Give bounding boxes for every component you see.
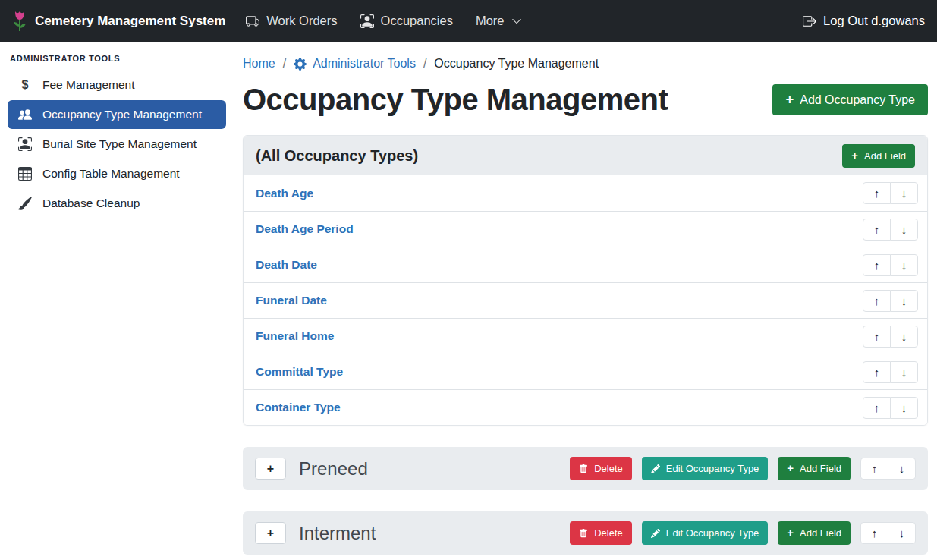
delete-button[interactable]: Delete (570, 521, 632, 545)
arrow-down-icon: ↓ (901, 366, 907, 379)
arrow-down-icon: ↓ (899, 527, 905, 540)
card-header: (All Occupancy Types) + Add Field (244, 136, 927, 175)
person-bounding-box-icon (17, 137, 33, 151)
reorder-buttons: ↑ ↓ (860, 522, 916, 544)
arrow-up-icon: ↑ (874, 294, 880, 307)
field-row: Death Age Period ↑ ↓ (244, 211, 927, 247)
move-up-button[interactable]: ↑ (863, 182, 891, 204)
expand-section-button[interactable]: + (255, 522, 286, 544)
sidebar-item-occupancy-type-management[interactable]: Occupancy Type Management (8, 100, 226, 129)
field-link[interactable]: Funeral Date (256, 294, 327, 307)
main-content: Home / Administrator Tools / Occupancy T… (234, 42, 937, 560)
arrow-up-icon: ↑ (874, 187, 880, 200)
nav-occupancies[interactable]: Occupancies (349, 8, 464, 34)
field-link[interactable]: Funeral Home (256, 329, 334, 343)
field-row: Death Age ↑ ↓ (244, 175, 927, 211)
plus-icon: + (785, 93, 794, 106)
move-up-button[interactable]: ↑ (860, 522, 888, 544)
arrow-down-icon: ↓ (901, 259, 907, 272)
move-up-button[interactable]: ↑ (863, 361, 891, 383)
person-bounding-box-icon (360, 14, 374, 28)
sidebar-item-config-table-management[interactable]: Config Table Management (8, 159, 226, 188)
nav-work-orders[interactable]: Work Orders (234, 8, 348, 34)
delete-button[interactable]: Delete (570, 457, 632, 480)
logout-button[interactable]: Log Out d.gowans (803, 14, 925, 28)
reorder-buttons: ↑ ↓ (863, 219, 918, 241)
pencil-icon (651, 529, 660, 538)
pencil-icon (651, 464, 660, 473)
add-field-button[interactable]: + Add Field (778, 457, 851, 480)
gear-icon (294, 58, 307, 71)
move-down-button[interactable]: ↓ (890, 397, 918, 419)
field-row: Committal Type ↑ ↓ (244, 354, 927, 389)
field-row: Death Date ↑ ↓ (244, 247, 927, 282)
move-down-button[interactable]: ↓ (890, 326, 918, 348)
arrow-up-icon: ↑ (874, 259, 880, 272)
plus-icon: + (267, 527, 274, 540)
move-down-button[interactable]: ↓ (890, 219, 918, 241)
box-arrow-right-icon (803, 14, 816, 28)
edit-occupancy-type-button[interactable]: Edit Occupancy Type (642, 457, 769, 480)
move-up-button[interactable]: ↑ (863, 326, 891, 348)
breadcrumb-separator: / (283, 57, 286, 71)
occupancy-type-name: Interment (299, 523, 570, 544)
move-up-button[interactable]: ↑ (863, 219, 891, 241)
move-down-button[interactable]: ↓ (890, 290, 918, 312)
move-up-button[interactable]: ↑ (863, 397, 891, 419)
sidebar-item-fee-management[interactable]: $ Fee Management (8, 71, 226, 99)
app-brand[interactable]: Cemetery Management System (12, 10, 225, 33)
sidebar-item-label: Fee Management (42, 78, 135, 92)
breadcrumb-home[interactable]: Home (243, 57, 275, 71)
sidebar-header: Administrator Tools (0, 48, 234, 70)
occupancy-type-name: Preneed (299, 458, 570, 480)
arrow-down-icon: ↓ (901, 330, 907, 343)
section-actions: Delete Edit Occupancy Type + Add Field ↑… (570, 457, 916, 480)
tulip-logo-icon (12, 10, 27, 33)
field-link[interactable]: Death Date (256, 258, 317, 272)
edit-occupancy-type-button[interactable]: Edit Occupancy Type (642, 521, 769, 545)
logout-label: Log Out d.gowans (823, 14, 925, 28)
field-link[interactable]: Committal Type (256, 365, 343, 379)
add-occupancy-type-button[interactable]: + Add Occupancy Type (772, 84, 928, 115)
field-link[interactable]: Death Age Period (256, 222, 354, 236)
nav-work-orders-label: Work Orders (266, 14, 337, 28)
sidebar-item-label: Config Table Management (42, 167, 180, 181)
arrow-down-icon: ↓ (899, 462, 905, 475)
add-field-button[interactable]: + Add Field (842, 144, 915, 168)
move-down-button[interactable]: ↓ (890, 361, 918, 383)
sidebar: Administrator Tools $ Fee Management Occ… (0, 42, 234, 560)
expand-section-button[interactable]: + (255, 458, 286, 480)
primary-nav: Work Orders Occupancies More (234, 8, 533, 34)
nav-more-label: More (476, 14, 505, 28)
move-down-button[interactable]: ↓ (888, 522, 916, 544)
move-up-button[interactable]: ↑ (860, 458, 888, 480)
reorder-buttons: ↑ ↓ (863, 397, 918, 419)
plus-icon: + (267, 462, 274, 476)
breadcrumb: Home / Administrator Tools / Occupancy T… (243, 51, 928, 72)
arrow-down-icon: ↓ (901, 294, 907, 307)
move-down-button[interactable]: ↓ (890, 182, 918, 204)
sidebar-item-label: Occupancy Type Management (42, 108, 202, 121)
sidebar-item-database-cleanup[interactable]: Database Cleanup (8, 189, 226, 218)
move-up-button[interactable]: ↑ (863, 254, 891, 276)
nav-more[interactable]: More (464, 8, 533, 34)
field-link[interactable]: Container Type (256, 401, 341, 414)
move-down-button[interactable]: ↓ (890, 254, 918, 276)
reorder-buttons: ↑ ↓ (863, 361, 918, 383)
move-down-button[interactable]: ↓ (888, 458, 916, 480)
sidebar-item-burial-site-type-management[interactable]: Burial Site Type Management (8, 130, 226, 159)
people-icon (17, 108, 33, 121)
add-field-button[interactable]: + Add Field (778, 521, 851, 545)
nav-occupancies-label: Occupancies (381, 14, 453, 28)
move-up-button[interactable]: ↑ (863, 290, 891, 312)
reorder-buttons: ↑ ↓ (863, 182, 918, 204)
arrow-down-icon: ↓ (901, 223, 907, 236)
field-link[interactable]: Death Age (256, 187, 313, 200)
arrow-up-icon: ↑ (872, 462, 878, 475)
arrow-up-icon: ↑ (874, 223, 880, 236)
trash-icon (579, 464, 588, 473)
arrow-down-icon: ↓ (901, 401, 907, 414)
occupancy-type-section-preneed: + Preneed Delete Edit Occupancy Type (243, 447, 928, 490)
breadcrumb-administrator-tools[interactable]: Administrator Tools (294, 57, 416, 71)
reorder-buttons: ↑ ↓ (860, 458, 916, 480)
